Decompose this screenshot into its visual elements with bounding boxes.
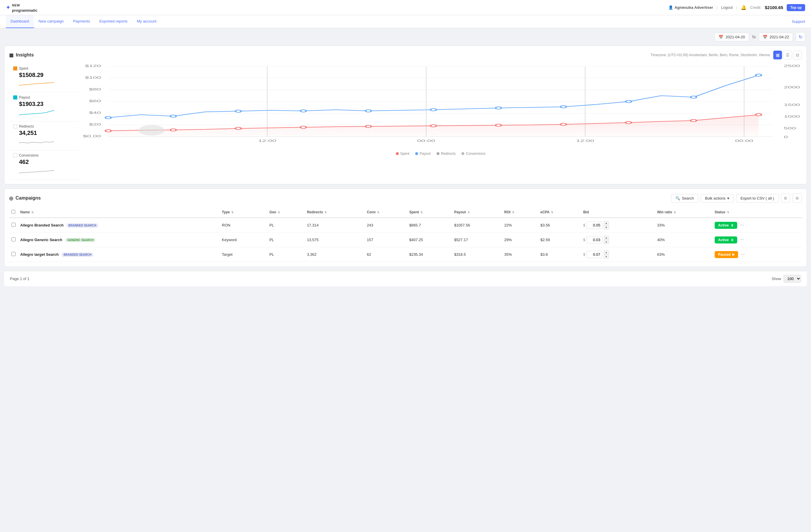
calendar-icon-2: 📅 — [763, 35, 767, 39]
svg-text:$100: $100 — [85, 76, 101, 79]
nav-dashboard[interactable]: Dashboard — [6, 15, 34, 28]
payout-sparkline — [19, 109, 75, 118]
svg-point-26 — [235, 110, 241, 112]
bid-up-1[interactable]: ▲ — [604, 221, 609, 225]
bid-input-3[interactable] — [586, 251, 602, 258]
notifications-icon[interactable]: 🔔 — [741, 5, 747, 10]
nav-new-campaign[interactable]: New campaign — [34, 15, 68, 28]
svg-point-41 — [430, 125, 436, 127]
bid-prefix-3: $ — [583, 252, 585, 257]
campaigns-section: ◎ Campaigns 🔍 Search Bulk actions ▾ Expo… — [4, 188, 807, 267]
status-button-2[interactable]: Active ⏸ — [715, 236, 737, 244]
cell-ecpa-3: $3.8 — [538, 247, 581, 262]
svg-point-27 — [301, 110, 306, 112]
cell-redirects-1: 17,314 — [305, 218, 365, 233]
svg-text:$0.00: $0.00 — [83, 135, 101, 138]
view-toggle: ▦ ☰ ⊟ — [773, 51, 802, 59]
conversions-checkbox[interactable] — [13, 153, 17, 157]
pause-icon-2: ⏸ — [731, 238, 734, 242]
table-header-row: Name ⇅ Type ⇅ Geo ⇅ Redirects ⇅ Conv ⇅ S… — [9, 207, 802, 218]
metric-conversions: Conversions 462 — [9, 151, 79, 179]
cell-spent-2: $407.25 — [407, 233, 452, 247]
view-table-button[interactable]: ☰ — [783, 51, 792, 59]
more-button-1[interactable]: ··· — [738, 222, 746, 228]
campaign-badge-2: GENERIC SEARCH — [65, 238, 96, 242]
bid-down-1[interactable]: ▼ — [604, 225, 609, 230]
bid-input-2[interactable] — [586, 236, 602, 244]
campaigns-table: Name ⇅ Type ⇅ Geo ⇅ Redirects ⇅ Conv ⇅ S… — [9, 207, 802, 262]
header-select-all[interactable] — [9, 207, 18, 218]
row-checkbox-2[interactable] — [12, 237, 16, 241]
bid-down-2[interactable]: ▼ — [604, 240, 609, 244]
col-geo: Geo ⇅ — [267, 207, 305, 218]
header: ✦ NEW programmatic 👤 Agnieszka Advertise… — [0, 0, 811, 15]
nav-exported-reports[interactable]: Exported reports — [95, 15, 132, 28]
bid-prefix-1: $ — [583, 223, 585, 228]
bid-input-1[interactable] — [586, 221, 602, 229]
more-button-2[interactable]: ··· — [738, 236, 746, 243]
legend-dot-conversions — [461, 152, 464, 155]
select-all-checkbox[interactable] — [12, 210, 15, 214]
svg-point-34 — [756, 74, 762, 76]
row-checkbox-1[interactable] — [12, 223, 16, 227]
conversions-label: Conversions — [19, 153, 39, 157]
cell-status-2: Active ⏸ ··· — [712, 233, 802, 247]
legend-dot-redirects — [437, 152, 440, 155]
bulk-actions-button[interactable]: Bulk actions ▾ — [701, 194, 734, 203]
bid-up-3[interactable]: ▲ — [604, 250, 609, 254]
campaign-badge-3: BRANDED SEARCH — [61, 252, 93, 257]
payout-checkbox[interactable] — [13, 95, 17, 99]
filter-icon: ⚙ — [784, 196, 787, 201]
row-checkbox-cell-3[interactable] — [9, 247, 18, 262]
cell-geo-1: PL — [267, 218, 305, 233]
date-to-input[interactable]: 📅 2021-04-22 — [759, 33, 793, 41]
export-csv-button[interactable]: Export to CSV ( all ) — [736, 194, 779, 203]
row-checkbox-3[interactable] — [12, 252, 16, 256]
col-roi: ROI ⇅ — [502, 207, 538, 218]
col-conv: Conv ⇅ — [365, 207, 407, 218]
cell-name-1: Allegro Branded Search BRANDED SEARCH — [18, 218, 219, 233]
conversions-value: 462 — [19, 159, 75, 165]
topup-button[interactable]: Top up — [787, 4, 805, 11]
legend-spent: Spent — [396, 152, 409, 156]
metric-spent: Spent $1508.29 — [9, 63, 79, 93]
date-from-input[interactable]: 📅 2021-04-20 — [715, 33, 749, 41]
search-button[interactable]: 🔍 Search — [671, 194, 698, 203]
logo-icon: ✦ — [6, 4, 10, 11]
cell-payout-1: $1057.56 — [452, 218, 502, 233]
bid-down-3[interactable]: ▼ — [604, 254, 609, 259]
redirects-checkbox[interactable] — [13, 124, 17, 128]
row-checkbox-cell-1[interactable] — [9, 218, 18, 233]
more-button-3[interactable]: ··· — [739, 251, 747, 257]
spent-label: Spent — [19, 66, 28, 71]
refresh-button[interactable]: ↻ — [796, 32, 805, 42]
row-checkbox-cell-2[interactable] — [9, 233, 18, 247]
nav-my-account[interactable]: My account — [132, 15, 161, 28]
view-columns-button[interactable]: ⊟ — [793, 51, 802, 59]
view-chart-button[interactable]: ▦ — [773, 51, 782, 59]
cell-geo-3: PL — [267, 247, 305, 262]
cell-roi-3: 35% — [502, 247, 538, 262]
filter-button[interactable]: ⚙ — [781, 193, 790, 203]
settings-button[interactable]: ⚙ — [793, 193, 802, 203]
status-button-1[interactable]: Active ⏸ — [715, 222, 737, 229]
cell-spent-3: $235.34 — [407, 247, 452, 262]
col-spent: Spent ⇅ — [407, 207, 452, 218]
cell-conv-1: 243 — [365, 218, 407, 233]
legend-payout: Payout — [415, 152, 430, 156]
chart-area: $120 $100 $80 $60 $40 $20 $0.00 2500 200… — [79, 63, 802, 179]
status-button-3[interactable]: Paused ▶ — [715, 251, 738, 258]
campaign-name-3: Allegro target Search — [20, 252, 59, 257]
user-icon: 👤 — [669, 5, 673, 10]
nav-support[interactable]: Support — [792, 19, 805, 24]
spent-checkbox[interactable] — [13, 66, 17, 71]
show-dropdown[interactable]: 100 50 25 — [783, 275, 801, 283]
logo-text: NEW programmatic — [12, 2, 37, 13]
cell-conv-2: 157 — [365, 233, 407, 247]
nav-payments[interactable]: Payments — [68, 15, 95, 28]
chart-container: $120 $100 $80 $60 $40 $20 $0.00 2500 200… — [79, 63, 802, 154]
bid-up-2[interactable]: ▲ — [604, 236, 609, 240]
logout-link[interactable]: Logout — [721, 5, 733, 10]
pause-icon-1: ⏸ — [731, 223, 734, 227]
date-bar: 📅 2021-04-20 To 📅 2021-04-22 ↻ — [0, 28, 811, 46]
